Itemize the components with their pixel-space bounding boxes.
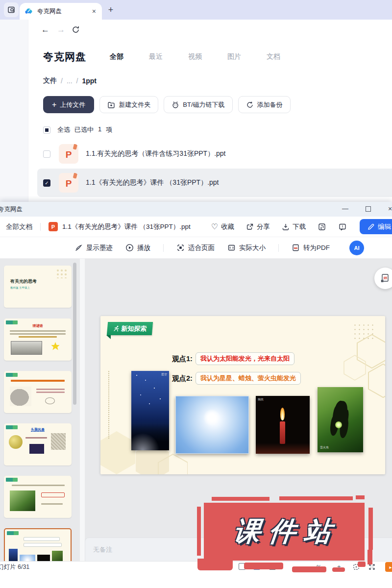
refresh-button[interactable]: [72, 25, 80, 34]
play-label: 播放: [137, 244, 150, 252]
thumb-cat-image: [10, 387, 31, 406]
window-titlebar[interactable]: 夸克网盘 — ×: [0, 202, 392, 217]
ppt-file-icon: P: [59, 144, 78, 164]
show-ink-button[interactable]: 显示墨迹: [74, 244, 113, 252]
dot-grid-decoration: [353, 323, 374, 341]
new-folder-label: 新建文件夹: [119, 100, 150, 109]
forward-button[interactable]: →: [57, 25, 65, 35]
slide-thumbnail-6-selected[interactable]: [4, 528, 72, 561]
tab-close-icon[interactable]: ×: [91, 7, 97, 15]
actual-size-button[interactable]: 实际大小: [227, 244, 266, 252]
tab-video[interactable]: 视频: [188, 52, 202, 61]
play-button[interactable]: 播放: [125, 244, 150, 252]
ai-assistant-button[interactable]: AI: [349, 241, 364, 255]
single-view-icon[interactable]: [239, 563, 245, 570]
selected-count: 1: [98, 125, 101, 134]
file-name[interactable]: 1.1.有关光的思考（课件含练习31张PPT）.ppt: [86, 149, 226, 158]
breadcrumb-root[interactable]: 文件: [43, 76, 57, 85]
slide-thumbnail-4[interactable]: 头脑风暴: [4, 423, 72, 466]
thumb-sketch-circle: [45, 397, 55, 404]
svg-text:PDF: PDF: [384, 277, 388, 279]
favorite-button[interactable]: ♡ 收藏: [211, 222, 234, 231]
maximize-button[interactable]: [366, 206, 371, 212]
thumb-badge: [6, 478, 18, 482]
thumb-mini-sun: [20, 555, 35, 561]
breadcrumb-ellipsis[interactable]: ...: [67, 77, 73, 85]
bt-download-button[interactable]: BT/磁力链下载: [164, 96, 232, 113]
ppt-letter: P: [66, 149, 72, 160]
stars-decoration: [136, 375, 137, 376]
tab-doc[interactable]: 文档: [267, 52, 280, 61]
thumb-red-box: [41, 492, 65, 497]
thumb-subtitle: 教科版 五年级上: [10, 286, 30, 290]
to-pdf-button[interactable]: PDF 转为PDF: [292, 244, 330, 252]
browser-chrome: 夸克网盘 × +: [0, 0, 392, 20]
file-name[interactable]: 1.1《有关光的思考》课件 （31张PPT）.ppt: [86, 178, 219, 187]
notes-panel[interactable]: 无备注: [85, 538, 392, 561]
tab-image[interactable]: 图片: [227, 52, 241, 61]
candle-body-decoration: [280, 421, 285, 444]
share-button[interactable]: 分享: [246, 222, 270, 231]
browser-menu-button[interactable]: [4, 2, 19, 17]
feedback-button[interactable]: [338, 222, 347, 231]
download-label: 下载: [293, 222, 306, 231]
sidebar-scrollbar[interactable]: [73, 263, 76, 405]
fit-page-icon: [176, 244, 185, 252]
new-tab-button[interactable]: +: [105, 4, 117, 16]
favorite-label: 收藏: [221, 222, 234, 231]
selection-summary: 全选 已选中 1 项: [57, 125, 112, 134]
breadcrumb-separator: /: [76, 77, 78, 85]
fit-page-button[interactable]: 适合页面: [176, 244, 215, 252]
fullscreen-button[interactable]: [368, 564, 375, 570]
actual-size-label: 实际大小: [239, 244, 266, 252]
magnet-link-icon: [172, 101, 179, 109]
download-button[interactable]: 下载: [282, 222, 306, 231]
minimize-button[interactable]: —: [342, 205, 348, 212]
browser-tab[interactable]: 夸克网盘 ×: [20, 3, 102, 20]
all-docs-link[interactable]: 全部文档: [6, 222, 32, 231]
share-icon: [246, 223, 254, 231]
notes-view-icon[interactable]: [253, 563, 260, 570]
file-row[interactable]: P 1.1.有关光的思考（课件含练习31张PPT）.ppt: [37, 141, 392, 167]
select-all-checkbox[interactable]: [43, 126, 50, 134]
tab-recent[interactable]: 最近: [149, 52, 163, 61]
file-checkbox-checked[interactable]: ✓: [43, 179, 50, 187]
new-folder-button[interactable]: 新建文件夹: [99, 96, 158, 113]
pdf-convert-fab[interactable]: PDF: [374, 268, 392, 289]
thumb-badge: [6, 373, 18, 377]
tab-all[interactable]: 全部: [110, 52, 123, 61]
slide-thumbnail-3[interactable]: [4, 371, 72, 413]
ppt-file-icon: P: [59, 173, 78, 193]
zoom-in-button[interactable]: +: [337, 563, 341, 570]
slide-thumbnail-5[interactable]: [4, 476, 72, 518]
save-to-drive-button[interactable]: [318, 222, 326, 231]
night-sky-image: 星空: [131, 371, 169, 450]
fit-screen-button[interactable]: [353, 564, 360, 570]
thumb-text-line: [10, 333, 66, 335]
back-button[interactable]: ←: [41, 25, 49, 35]
show-ink-label: 显示墨迹: [86, 244, 113, 252]
edit-button[interactable]: 编辑: [360, 219, 392, 234]
fullscreen-icon: [368, 564, 375, 570]
edit-label: 编辑: [378, 222, 391, 231]
file-checkbox[interactable]: [43, 150, 50, 158]
download-icon: [282, 223, 290, 231]
upload-button[interactable]: + 上传文件: [43, 96, 94, 113]
helper-widget[interactable]: ▸: [385, 562, 392, 572]
thumb-mini-candle: [37, 555, 50, 561]
file-row-selected[interactable]: ✓ P 1.1《有关光的思考》课件 （31张PPT）.ppt: [37, 169, 392, 197]
grid-view-icon[interactable]: [269, 563, 276, 570]
add-backup-button[interactable]: 添加备份: [238, 96, 291, 113]
upload-label: 上传文件: [60, 100, 85, 109]
close-button[interactable]: ×: [388, 205, 392, 213]
slide-thumbnail-2[interactable]: 猜谜语: [4, 318, 72, 361]
select-all-label: 全选: [57, 125, 70, 134]
point-1-label: 观点1:: [172, 354, 193, 364]
status-bar: 幻灯片 6/31 − % + ▸: [0, 561, 392, 572]
slide-thumbnail-1[interactable]: 有关光的思考 教科版 五年级上: [4, 266, 72, 308]
pdf-fab-icon: PDF: [380, 273, 391, 284]
zoom-out-button[interactable]: −: [297, 563, 301, 570]
point-1-row: 观点1: 我认为太阳能发光，光来自太阳: [172, 352, 294, 365]
browser-navbar: ← →: [0, 20, 392, 40]
tab-title: 夸克网盘: [37, 7, 91, 16]
